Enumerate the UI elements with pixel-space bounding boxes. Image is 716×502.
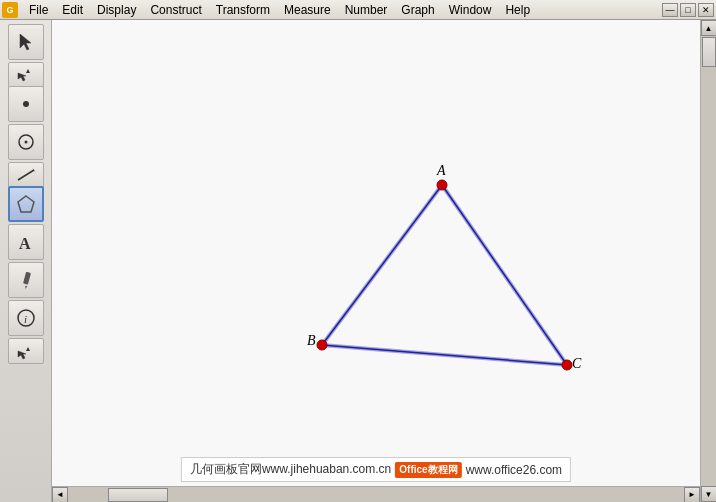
toolbar: A i (0, 20, 52, 502)
svg-line-17 (322, 185, 442, 345)
maximize-button[interactable]: □ (680, 3, 696, 17)
svg-point-3 (23, 101, 29, 107)
minimize-button[interactable]: — (662, 3, 678, 17)
hand-tool[interactable] (8, 338, 44, 364)
menu-file[interactable]: File (22, 2, 55, 18)
scroll-down-button[interactable]: ▼ (701, 486, 717, 502)
svg-line-21 (442, 185, 567, 365)
svg-text:C: C (572, 356, 582, 371)
close-button[interactable]: ✕ (698, 3, 714, 17)
svg-text:B: B (307, 333, 316, 348)
app-icon: G (2, 2, 18, 18)
v-scroll-track[interactable] (701, 36, 717, 486)
menu-edit[interactable]: Edit (55, 2, 90, 18)
info-tool[interactable]: i (8, 300, 44, 336)
svg-point-22 (437, 180, 447, 190)
svg-rect-10 (23, 272, 31, 285)
main-area: A i (0, 20, 716, 502)
canvas-area[interactable]: A B C 几何画板官网www.jihehuaban.com.cn Office… (52, 20, 700, 502)
window-controls: — □ ✕ (660, 3, 714, 17)
h-scroll-track[interactable] (68, 487, 684, 503)
polygon-tool[interactable] (8, 186, 44, 222)
svg-text:A: A (436, 163, 446, 178)
compass-tool[interactable] (8, 124, 44, 160)
menu-measure[interactable]: Measure (277, 2, 338, 18)
menu-window[interactable]: Window (442, 2, 499, 18)
scroll-left-button[interactable]: ◄ (52, 487, 68, 503)
text-tool[interactable]: A (8, 224, 44, 260)
line-tool[interactable] (8, 162, 44, 188)
horizontal-scrollbar[interactable]: ◄ ► (52, 486, 700, 502)
vertical-scrollbar[interactable]: ▲ ▼ (700, 20, 716, 502)
office-badge: Office教程网 (395, 462, 461, 478)
menu-construct[interactable]: Construct (143, 2, 208, 18)
watermark-text: 几何画板官网www.jihehuaban.com.cn (190, 461, 391, 478)
v-scroll-thumb[interactable] (702, 37, 716, 67)
point-tool[interactable] (8, 86, 44, 122)
svg-marker-2 (26, 69, 30, 73)
watermark: 几何画板官网www.jihehuaban.com.cn Office教程网 ww… (181, 457, 571, 482)
menu-display[interactable]: Display (90, 2, 143, 18)
svg-marker-11 (24, 286, 27, 289)
svg-marker-1 (18, 73, 26, 81)
svg-text:A: A (19, 235, 31, 252)
menu-help[interactable]: Help (498, 2, 537, 18)
move-tool[interactable] (8, 62, 44, 88)
svg-marker-15 (26, 347, 30, 351)
svg-marker-8 (18, 196, 34, 212)
h-scroll-thumb[interactable] (108, 488, 168, 502)
svg-marker-14 (18, 351, 26, 359)
scroll-up-button[interactable]: ▲ (701, 20, 717, 36)
svg-point-5 (24, 141, 27, 144)
watermark-url: www.office26.com (466, 463, 563, 477)
svg-line-6 (18, 170, 34, 180)
select-tool[interactable] (8, 24, 44, 60)
svg-point-24 (562, 360, 572, 370)
menu-graph[interactable]: Graph (394, 2, 441, 18)
svg-line-19 (322, 345, 567, 365)
geometry-canvas: A B C (52, 20, 700, 502)
scroll-right-button[interactable]: ► (684, 487, 700, 503)
menu-transform[interactable]: Transform (209, 2, 277, 18)
menubar: G File Edit Display Construct Transform … (0, 0, 716, 20)
svg-text:i: i (24, 313, 27, 325)
marker-tool[interactable] (8, 262, 44, 298)
menu-number[interactable]: Number (338, 2, 395, 18)
svg-point-23 (317, 340, 327, 350)
svg-marker-0 (20, 34, 31, 50)
